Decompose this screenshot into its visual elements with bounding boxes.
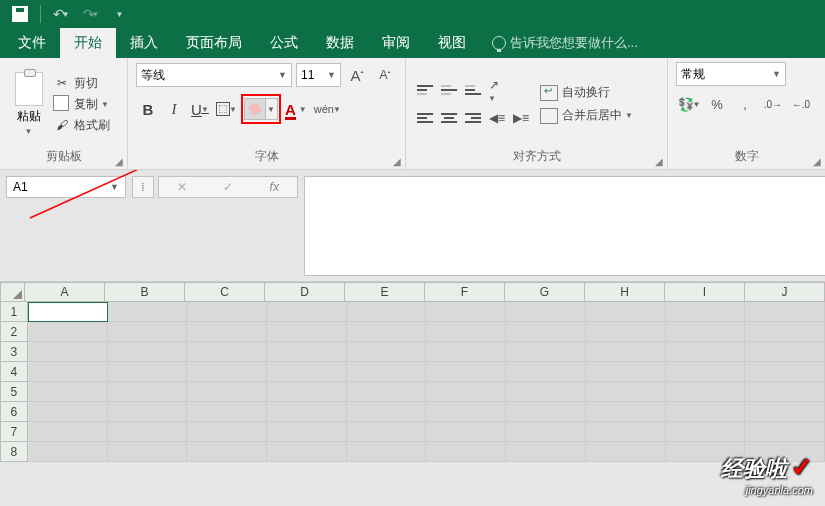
enter-button[interactable]: ✓ — [223, 180, 233, 194]
bold-button[interactable]: B — [136, 96, 160, 122]
cell[interactable] — [586, 382, 666, 402]
align-middle-button[interactable] — [438, 79, 460, 101]
cancel-button[interactable]: ✕ — [177, 180, 187, 194]
cell[interactable] — [267, 422, 347, 442]
cell[interactable] — [347, 382, 427, 402]
cell[interactable] — [28, 362, 108, 382]
cell[interactable] — [28, 402, 108, 422]
fill-color-dropdown[interactable]: ▼ — [266, 98, 278, 120]
format-painter-button[interactable]: 格式刷 — [54, 117, 110, 134]
cell[interactable] — [267, 362, 347, 382]
cell[interactable] — [586, 302, 666, 322]
wrap-text-button[interactable]: 自动换行 — [540, 84, 633, 101]
cell[interactable] — [666, 402, 746, 422]
cell[interactable] — [108, 302, 188, 322]
decrease-indent-button[interactable]: ◀≡ — [486, 107, 508, 129]
col-header[interactable]: B — [105, 282, 185, 302]
accounting-format-button[interactable]: 💱▼ — [676, 92, 702, 116]
cell[interactable] — [506, 342, 586, 362]
cell[interactable] — [108, 422, 188, 442]
tab-page-layout[interactable]: 页面布局 — [172, 28, 256, 58]
italic-button[interactable]: I — [162, 96, 186, 122]
name-box[interactable]: A1▼ — [6, 176, 126, 198]
cell[interactable] — [745, 302, 825, 322]
col-header[interactable]: A — [25, 282, 105, 302]
cell[interactable] — [347, 422, 427, 442]
paste-button[interactable]: 粘贴 ▼ — [8, 72, 50, 136]
font-name-combo[interactable]: 等线▼ — [136, 63, 292, 87]
align-center-button[interactable] — [438, 107, 460, 129]
cell[interactable] — [28, 302, 108, 322]
cell[interactable] — [187, 322, 267, 342]
increase-indent-button[interactable]: ▶≡ — [510, 107, 532, 129]
col-header[interactable]: F — [425, 282, 505, 302]
cell[interactable] — [187, 302, 267, 322]
cell[interactable] — [506, 362, 586, 382]
insert-function-button[interactable]: fx — [270, 180, 279, 194]
cell[interactable] — [108, 362, 188, 382]
cell[interactable] — [745, 362, 825, 382]
align-left-button[interactable] — [414, 107, 436, 129]
cell[interactable] — [28, 442, 108, 462]
tab-data[interactable]: 数据 — [312, 28, 368, 58]
cell[interactable] — [586, 342, 666, 362]
expand-namebox-button[interactable]: ⁞ — [132, 176, 154, 198]
row-header[interactable]: 6 — [0, 402, 28, 422]
cell[interactable] — [426, 422, 506, 442]
col-header[interactable]: D — [265, 282, 345, 302]
tab-formulas[interactable]: 公式 — [256, 28, 312, 58]
cell[interactable] — [347, 402, 427, 422]
row-header[interactable]: 7 — [0, 422, 28, 442]
cell[interactable] — [267, 402, 347, 422]
cell[interactable] — [506, 402, 586, 422]
cell[interactable] — [28, 382, 108, 402]
percent-button[interactable]: % — [704, 92, 730, 116]
col-header[interactable]: C — [185, 282, 265, 302]
cell[interactable] — [426, 362, 506, 382]
cell[interactable] — [187, 422, 267, 442]
dialog-launcher-icon[interactable]: ◢ — [115, 156, 123, 167]
align-right-button[interactable] — [462, 107, 484, 129]
cell[interactable] — [506, 322, 586, 342]
cell[interactable] — [267, 382, 347, 402]
redo-button[interactable]: ↷▼ — [79, 4, 103, 24]
cell[interactable] — [187, 402, 267, 422]
cell[interactable] — [347, 362, 427, 382]
font-color-button[interactable]: A▼ — [283, 96, 309, 122]
cell[interactable] — [506, 302, 586, 322]
tell-me-search[interactable]: 告诉我您想要做什么... — [480, 34, 644, 58]
cell[interactable] — [267, 302, 347, 322]
cell[interactable] — [745, 322, 825, 342]
tab-view[interactable]: 视图 — [424, 28, 480, 58]
cell[interactable] — [108, 342, 188, 362]
cell[interactable] — [666, 302, 746, 322]
cell[interactable] — [745, 422, 825, 442]
dialog-launcher-icon[interactable]: ◢ — [813, 156, 821, 167]
col-header[interactable]: H — [585, 282, 665, 302]
cell[interactable] — [108, 382, 188, 402]
tab-insert[interactable]: 插入 — [116, 28, 172, 58]
fill-color-button[interactable]: ▼ — [241, 94, 281, 124]
borders-button[interactable]: ▼ — [214, 96, 239, 122]
cell[interactable] — [347, 342, 427, 362]
cell[interactable] — [426, 342, 506, 362]
cell[interactable] — [267, 342, 347, 362]
cell[interactable] — [108, 442, 188, 462]
cell[interactable] — [666, 322, 746, 342]
underline-button[interactable]: U▼ — [188, 96, 212, 122]
cell[interactable] — [187, 442, 267, 462]
cell[interactable] — [666, 362, 746, 382]
row-header[interactable]: 8 — [0, 442, 28, 462]
col-header[interactable]: G — [505, 282, 585, 302]
row-header[interactable]: 1 — [0, 302, 28, 322]
cell[interactable] — [426, 302, 506, 322]
dialog-launcher-icon[interactable]: ◢ — [655, 156, 663, 167]
align-bottom-button[interactable] — [462, 79, 484, 101]
orientation-button[interactable]: ↗▼ — [486, 79, 508, 101]
merge-center-button[interactable]: 合并后居中▼ — [540, 107, 633, 124]
cut-button[interactable]: 剪切 — [54, 75, 110, 92]
col-header[interactable]: J — [745, 282, 825, 302]
cell[interactable] — [426, 382, 506, 402]
formula-bar-input[interactable] — [304, 176, 825, 276]
cell[interactable] — [745, 382, 825, 402]
